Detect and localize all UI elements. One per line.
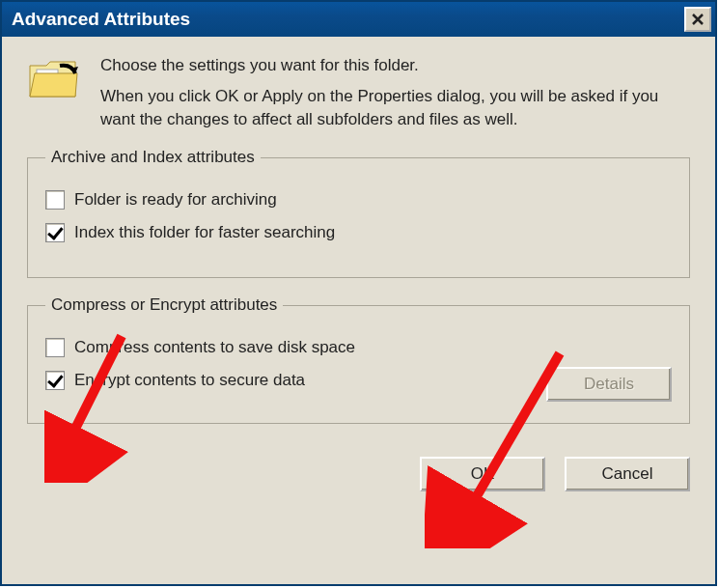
checkbox-compress-contents[interactable] [45, 338, 65, 357]
checkbox-index-folder[interactable] [45, 223, 65, 242]
group-compress-encrypt: Compress or Encrypt attributes Compress … [27, 295, 690, 424]
intro-section: Choose the settings you want for this fo… [27, 54, 690, 130]
dialog-content: Choose the settings you want for this fo… [2, 37, 715, 437]
intro-line2: When you click OK or Apply on the Proper… [100, 85, 690, 131]
check-row-encrypt: Encrypt contents to secure data [45, 371, 672, 390]
titlebar: Advanced Attributes [2, 2, 715, 37]
ok-button[interactable]: OK [420, 457, 545, 491]
label-encrypt-contents[interactable]: Encrypt contents to secure data [74, 371, 305, 390]
cancel-button[interactable]: Cancel [565, 457, 690, 491]
check-row-compress: Compress contents to save disk space [45, 338, 672, 357]
group-archive-index: Archive and Index attributes Folder is r… [27, 148, 690, 278]
label-folder-ready-archiving[interactable]: Folder is ready for archiving [74, 190, 277, 210]
group-compress-legend: Compress or Encrypt attributes [45, 295, 283, 315]
folder-icon [27, 54, 83, 130]
checkbox-folder-ready-archiving[interactable] [45, 190, 65, 210]
dialog-button-row: OK Cancel [2, 437, 715, 511]
intro-line1: Choose the settings you want for this fo… [100, 54, 690, 77]
group-archive-legend: Archive and Index attributes [45, 148, 261, 167]
close-button[interactable] [684, 7, 711, 32]
checkbox-encrypt-contents[interactable] [45, 371, 65, 390]
dialog-window: Advanced Attributes [0, 0, 717, 586]
close-icon [691, 13, 705, 26]
intro-text: Choose the settings you want for this fo… [100, 54, 690, 130]
label-index-folder[interactable]: Index this folder for faster searching [74, 223, 335, 242]
check-row-archiving: Folder is ready for archiving [45, 190, 672, 210]
window-title: Advanced Attributes [12, 9, 684, 30]
check-row-index-folder: Index this folder for faster searching [45, 223, 672, 242]
label-compress-contents[interactable]: Compress contents to save disk space [74, 338, 355, 357]
